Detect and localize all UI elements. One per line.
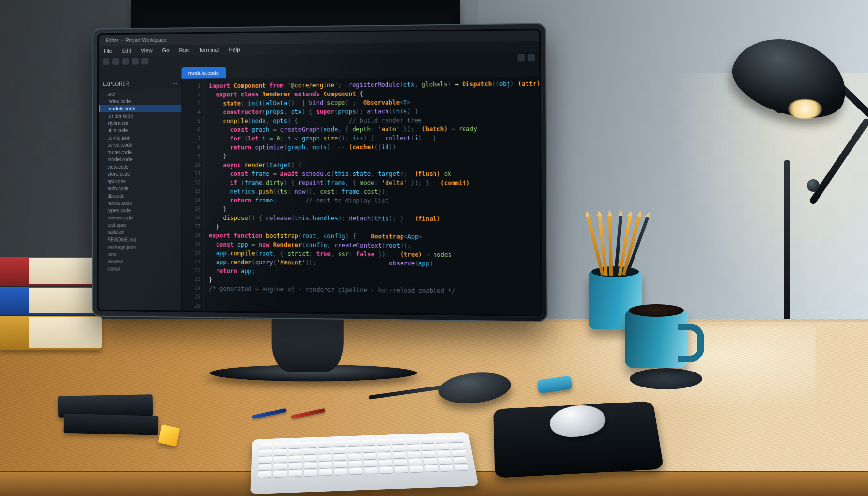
menu-go[interactable]: Go bbox=[157, 47, 174, 53]
key bbox=[318, 448, 331, 454]
pens bbox=[252, 412, 326, 416]
toolbar-icon[interactable] bbox=[112, 58, 119, 65]
key bbox=[348, 454, 362, 460]
key bbox=[362, 439, 375, 445]
file-item[interactable]: model.code bbox=[99, 156, 181, 163]
key bbox=[289, 449, 302, 455]
book-red bbox=[0, 257, 102, 286]
file-item[interactable]: module.code bbox=[99, 105, 181, 112]
coaster bbox=[630, 368, 702, 389]
sidebar-title: EXPLORER bbox=[103, 81, 129, 87]
key bbox=[319, 462, 332, 468]
key bbox=[289, 456, 302, 462]
sidebar-more-icon[interactable]: ⋯ bbox=[172, 81, 177, 86]
file-item[interactable]: db.code bbox=[99, 192, 181, 200]
file-item[interactable]: render.code bbox=[99, 112, 181, 120]
key bbox=[274, 450, 287, 456]
toolbar-icon[interactable] bbox=[528, 54, 535, 62]
sidebar-explorer[interactable]: EXPLORER ⋯ src/index.codemodule.coderend… bbox=[98, 79, 182, 311]
toolbar-icon[interactable] bbox=[141, 58, 148, 64]
file-item[interactable]: server.code bbox=[99, 141, 181, 149]
toolbar-icon[interactable] bbox=[132, 58, 139, 64]
key bbox=[420, 437, 434, 443]
book-yellow bbox=[0, 316, 102, 350]
file-item[interactable]: api.code bbox=[99, 178, 181, 185]
desk-scene: Editor — Project Workspace FileEditViewG… bbox=[0, 0, 868, 496]
key bbox=[258, 471, 272, 478]
key bbox=[407, 445, 420, 451]
file-item[interactable]: README.md bbox=[99, 236, 182, 244]
key bbox=[422, 451, 436, 458]
file-item[interactable]: styles.css bbox=[99, 119, 181, 127]
file-item[interactable]: icons/ bbox=[99, 265, 182, 273]
key bbox=[333, 454, 347, 461]
lamp-joint bbox=[807, 179, 820, 192]
file-tree[interactable]: src/index.codemodule.coderender.codestyl… bbox=[98, 88, 181, 311]
file-item[interactable]: index.code bbox=[99, 97, 181, 105]
key bbox=[319, 469, 332, 475]
key bbox=[259, 450, 272, 456]
workspace: EXPLORER ⋯ src/index.codemodule.coderend… bbox=[98, 76, 540, 315]
key bbox=[289, 463, 302, 469]
key bbox=[451, 443, 465, 450]
key bbox=[391, 438, 405, 444]
file-item[interactable]: .env bbox=[99, 250, 182, 258]
key bbox=[439, 465, 453, 471]
menu-run[interactable]: Run bbox=[174, 47, 194, 53]
key bbox=[363, 453, 377, 460]
key bbox=[377, 439, 390, 445]
sidebar-header: EXPLORER ⋯ bbox=[99, 79, 181, 89]
tab-active[interactable]: module.code bbox=[181, 67, 226, 79]
key bbox=[348, 447, 361, 453]
file-item[interactable]: utils.code bbox=[99, 126, 181, 134]
menu-file[interactable]: File bbox=[99, 48, 117, 54]
file-item[interactable]: test.spec bbox=[99, 221, 182, 229]
file-item[interactable]: router.code bbox=[99, 149, 181, 156]
key bbox=[349, 461, 362, 467]
key bbox=[334, 461, 347, 467]
file-item[interactable]: store.code bbox=[99, 170, 181, 178]
monitor-stand-neck bbox=[272, 314, 344, 372]
code-area[interactable]: import Component from '@core/engine'; re… bbox=[204, 76, 541, 315]
key bbox=[318, 455, 331, 461]
file-item[interactable]: assets/ bbox=[99, 258, 182, 265]
sticky-cube bbox=[158, 424, 180, 446]
file-item[interactable]: hooks.code bbox=[99, 200, 182, 207]
key bbox=[259, 457, 272, 463]
file-item[interactable]: types.code bbox=[99, 207, 182, 215]
toolbar-icon[interactable] bbox=[518, 54, 525, 62]
key bbox=[394, 459, 407, 465]
file-item[interactable]: build.sh bbox=[99, 229, 182, 236]
key bbox=[454, 465, 468, 471]
toolbar-icon[interactable] bbox=[122, 58, 129, 65]
file-item[interactable]: src/ bbox=[99, 90, 181, 98]
key bbox=[393, 452, 406, 459]
key bbox=[438, 458, 452, 464]
file-item[interactable]: config.json bbox=[99, 134, 181, 141]
notebook-stack bbox=[58, 397, 153, 434]
key bbox=[333, 448, 346, 454]
key bbox=[409, 466, 423, 472]
key bbox=[289, 442, 302, 449]
key bbox=[437, 450, 451, 457]
key bbox=[408, 459, 422, 465]
menu-edit[interactable]: Edit bbox=[117, 48, 136, 54]
key bbox=[258, 464, 271, 470]
file-item[interactable]: auth.code bbox=[99, 185, 181, 192]
toolbar-icon[interactable] bbox=[103, 58, 109, 65]
key bbox=[408, 452, 421, 458]
file-item[interactable]: view.code bbox=[99, 163, 181, 170]
code-editor[interactable]: 1234567891011121314151617181920212223242… bbox=[182, 76, 540, 315]
key bbox=[349, 468, 363, 474]
key bbox=[274, 443, 287, 449]
file-item[interactable]: theme.code bbox=[99, 214, 182, 222]
key bbox=[259, 443, 272, 450]
file-item[interactable]: package.json bbox=[99, 243, 182, 251]
menu-terminal[interactable]: Terminal bbox=[194, 47, 224, 53]
menu-view[interactable]: View bbox=[136, 47, 157, 53]
key bbox=[274, 464, 287, 470]
menu-help[interactable]: Help bbox=[224, 46, 245, 53]
key bbox=[289, 470, 302, 477]
ide-window: Editor — Project Workspace FileEditViewG… bbox=[98, 30, 540, 315]
key bbox=[379, 467, 393, 473]
